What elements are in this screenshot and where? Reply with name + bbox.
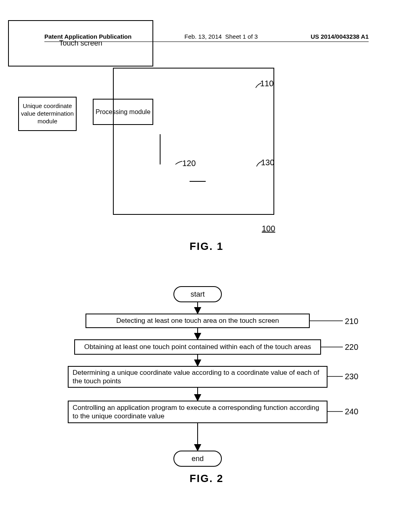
fig1-caption: FIG. 1 <box>0 240 413 253</box>
fig1-device-outline <box>113 68 274 215</box>
ref-110: 110 <box>260 79 273 88</box>
fig2-caption: FIG. 2 <box>0 472 413 485</box>
flow-start: start <box>173 286 222 302</box>
ref-220: 220 <box>345 343 358 352</box>
header-pubno: US 2014/0043238 A1 <box>311 33 369 40</box>
ref-100: 100 <box>262 224 275 233</box>
ref-210: 210 <box>345 317 358 326</box>
ref-240: 240 <box>345 407 358 416</box>
touch-screen-block: Touch screen <box>8 20 153 66</box>
flow-step-210: Detecting at least one touch area on the… <box>86 314 310 328</box>
header-date: Feb. 13, 2014 Sheet 1 of 3 <box>184 33 258 40</box>
proc-module-block: Processing module <box>93 99 153 125</box>
ref-130: 130 <box>261 158 274 167</box>
coord-module-block: Unique coordinate value determination mo… <box>18 97 77 131</box>
ref-120: 120 <box>182 159 196 168</box>
flow-step-230: Determining a unique coordinate value ac… <box>68 366 327 388</box>
flow-step-240: Controlling an application program to ex… <box>68 401 327 423</box>
ref-230: 230 <box>345 372 358 381</box>
flow-end: end <box>173 451 222 467</box>
flow-step-220: Obtaining at least one touch point conta… <box>74 339 321 355</box>
